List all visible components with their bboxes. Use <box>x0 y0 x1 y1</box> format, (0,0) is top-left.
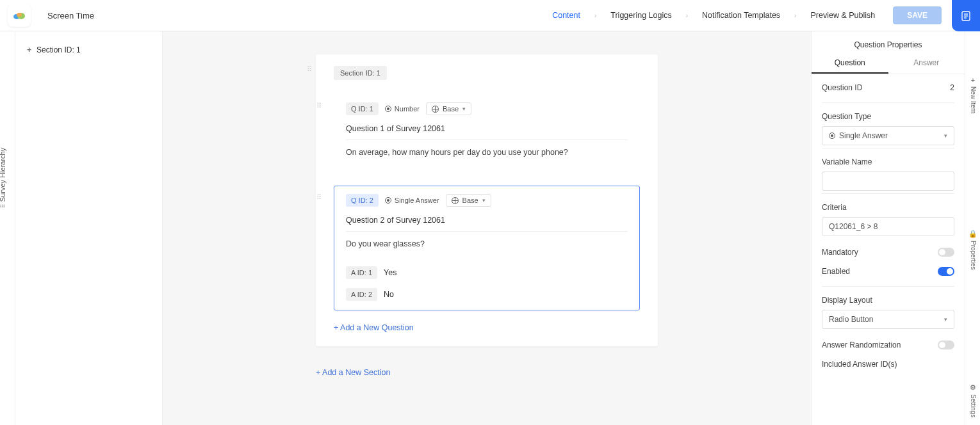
tab-question[interactable]: Question <box>812 54 888 74</box>
chevron-down-icon: ▾ <box>944 316 947 323</box>
prop-variable-name-section: Variable Name <box>822 148 954 191</box>
answer-text: Yes <box>384 268 396 277</box>
hierarchy-section-item[interactable]: + Section ID: 1 <box>27 45 151 54</box>
mandatory-toggle[interactable] <box>938 248 954 257</box>
drag-handle-icon[interactable]: ⠿ <box>307 66 312 73</box>
prop-mandatory: Mandatory <box>822 248 954 257</box>
question-type-select[interactable]: Single Answer ▾ <box>822 126 954 145</box>
included-answer-ids-label: Included Answer ID(s) <box>822 360 954 369</box>
properties-panel: Question Properties Question Answer Ques… <box>811 31 965 425</box>
question-title: Question 1 of Survey 12061 <box>346 124 628 140</box>
variable-name-input[interactable] <box>822 172 954 191</box>
enabled-toggle[interactable] <box>938 267 954 276</box>
question-text: Do you wear glasses? <box>346 239 628 248</box>
prop-answer-randomization: Answer Randomization <box>822 341 954 349</box>
nav-content[interactable]: Content <box>552 11 580 20</box>
question-type-chip: Number <box>385 105 420 113</box>
nav-notification-templates[interactable]: Notification Templates <box>702 11 780 20</box>
nav-triggering-logics[interactable]: Triggering Logics <box>610 11 671 20</box>
prop-criteria-section: Criteria <box>822 193 954 236</box>
prop-question-id: Question ID 2 <box>822 83 954 92</box>
question-id-badge: Q ID: 1 <box>346 102 379 115</box>
right-rail: + New Item 🔒 Properties ⚙ Settings <box>965 31 980 425</box>
prop-enabled: Enabled <box>822 267 954 276</box>
save-button[interactable]: SAVE <box>893 6 942 24</box>
rail-properties[interactable]: 🔒 Properties <box>965 230 980 270</box>
answer-id-badge: A ID: 2 <box>346 288 377 301</box>
tab-answer[interactable]: Answer <box>888 54 965 74</box>
question-header: Q ID: 2 Single Answer Base ▾ <box>346 194 628 207</box>
topbar: Screen Time Content › Triggering Logics … <box>0 0 980 31</box>
chevron-down-icon: ▾ <box>944 132 947 139</box>
radio-icon <box>385 197 391 204</box>
left-rail: ⠿ Survey Hierarchy <box>0 31 15 425</box>
answer-text: No <box>384 290 394 299</box>
globe-icon <box>432 106 439 113</box>
prop-display-layout-section: Display Layout Radio Button ▾ <box>822 286 954 329</box>
panel-toggle-button[interactable] <box>952 0 980 31</box>
rail-new-item[interactable]: + New Item <box>965 76 980 113</box>
lock-icon: 🔒 <box>968 230 977 238</box>
cloud-logo-icon <box>13 11 26 20</box>
top-nav: Content › Triggering Logics › Notificati… <box>552 0 942 31</box>
language-selector[interactable]: Base ▾ <box>426 102 471 115</box>
question-id-badge: Q ID: 2 <box>346 194 379 207</box>
question-block[interactable]: ⠿ Q ID: 1 Number Base ▾ Question 1 of Su… <box>334 94 640 172</box>
drag-handle-icon[interactable]: ⠿ <box>316 194 322 201</box>
rail-settings[interactable]: ⚙ Settings <box>965 383 980 417</box>
add-question-link[interactable]: + Add a New Question <box>334 323 414 332</box>
question-title: Question 2 of Survey 12061 <box>346 216 628 232</box>
radio-icon <box>829 132 835 139</box>
survey-hierarchy-rail[interactable]: ⠿ Survey Hierarchy <box>0 147 6 207</box>
plus-icon: + <box>971 76 975 84</box>
nav-sep-icon: › <box>794 12 796 19</box>
answer-row[interactable]: A ID: 2 No <box>346 288 628 301</box>
section-card: ⠿ Section ID: 1 ⠿ Q ID: 1 Number Base ▾ <box>316 54 658 346</box>
prop-question-type-section: Question Type Single Answer ▾ <box>822 102 954 145</box>
properties-body: Question ID 2 Question Type Single Answe… <box>812 74 965 425</box>
add-section-link[interactable]: + Add a New Section <box>316 368 658 377</box>
display-layout-select[interactable]: Radio Button ▾ <box>822 310 954 329</box>
properties-panel-title: Question Properties <box>812 31 965 54</box>
globe-icon <box>452 197 459 204</box>
plus-icon: + <box>27 45 31 54</box>
question-type-chip: Single Answer <box>385 196 439 204</box>
chevron-down-icon: ▾ <box>462 106 466 112</box>
question-block-selected[interactable]: ⠿ Q ID: 2 Single Answer Base ▾ Question … <box>334 186 640 310</box>
question-text: On average, how many hours per day do yo… <box>346 148 628 157</box>
nav-sep-icon: › <box>594 12 596 19</box>
app-logo[interactable] <box>8 4 31 27</box>
chevron-down-icon: ▾ <box>482 197 486 204</box>
main-area: ⠿ Survey Hierarchy + Section ID: 1 ⠿ Sec… <box>0 31 980 425</box>
gear-icon: ⚙ <box>970 383 976 392</box>
nav-preview-publish[interactable]: Preview & Publish <box>810 11 875 20</box>
target-icon <box>385 106 391 112</box>
question-header: Q ID: 1 Number Base ▾ <box>346 102 628 115</box>
editor-canvas: ⠿ Section ID: 1 ⠿ Q ID: 1 Number Base ▾ <box>163 31 811 425</box>
answer-id-badge: A ID: 1 <box>346 266 377 279</box>
hierarchy-item-label: Section ID: 1 <box>37 45 81 54</box>
answer-randomization-toggle[interactable] <box>938 341 954 349</box>
question-id-value: 2 <box>950 83 954 92</box>
nav-sep-icon: › <box>686 12 688 19</box>
language-selector[interactable]: Base ▾ <box>446 194 491 207</box>
hierarchy-panel: + Section ID: 1 <box>15 31 163 425</box>
svg-point-2 <box>17 13 22 17</box>
page-title: Screen Time <box>47 11 94 20</box>
criteria-input[interactable] <box>822 217 954 236</box>
section-id-badge: Section ID: 1 <box>334 66 387 80</box>
drag-handle-icon[interactable]: ⠿ <box>316 102 322 109</box>
answer-row[interactable]: A ID: 1 Yes <box>346 266 628 279</box>
properties-tabs: Question Answer <box>812 54 965 74</box>
clipboard-icon <box>960 10 972 22</box>
